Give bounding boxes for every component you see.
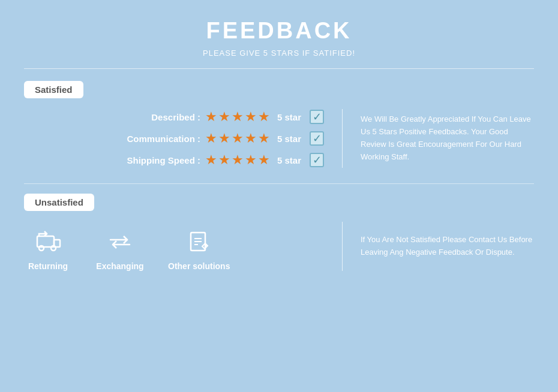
communication-count: 5 star <box>277 134 301 144</box>
unsatisfied-icons-col: Returning Exchanging <box>24 222 342 271</box>
shipping-label: Shipping Speed : <box>122 155 200 165</box>
described-check: ✓ <box>310 110 324 124</box>
satisfied-content: Described : ★ ★ ★ ★ ★ 5 star ✓ Communica… <box>24 109 534 168</box>
communication-row: Communication : ★ ★ ★ ★ ★ 5 star ✓ <box>24 131 324 146</box>
section-divider <box>24 183 534 184</box>
returning-icon <box>34 228 62 257</box>
page-title: FEEDBACK <box>203 18 355 44</box>
unsatisfied-text-col: If You Are Not Satisfied Please Contact … <box>342 222 534 271</box>
star-2: ★ <box>218 109 230 125</box>
exchanging-icon <box>106 228 134 257</box>
star-1: ★ <box>205 109 217 125</box>
header-divider <box>24 68 534 69</box>
described-label: Described : <box>122 112 200 122</box>
described-row: Described : ★ ★ ★ ★ ★ 5 star ✓ <box>24 109 324 125</box>
other-solutions-label: Other solutions <box>168 261 230 271</box>
star-2: ★ <box>218 152 230 168</box>
star-4: ★ <box>245 109 257 125</box>
described-stars: ★ ★ ★ ★ ★ <box>205 109 270 125</box>
ratings-col: Described : ★ ★ ★ ★ ★ 5 star ✓ Communica… <box>24 109 342 168</box>
exchanging-item: Exchanging <box>96 228 144 271</box>
unsatisfied-description: If You Are Not Satisfied Please Contact … <box>361 234 534 259</box>
page-container: FEEDBACK PLEASE GIVE 5 STARS IF SATIFIED… <box>0 0 558 392</box>
star-2: ★ <box>218 131 230 146</box>
svg-rect-0 <box>37 236 54 247</box>
exchanging-label: Exchanging <box>96 261 143 271</box>
svg-point-3 <box>51 246 56 251</box>
star-3: ★ <box>232 131 244 146</box>
star-3: ★ <box>232 109 244 125</box>
star-1: ★ <box>205 131 217 146</box>
unsatisfied-content: Returning Exchanging <box>24 222 534 271</box>
returning-item: Returning <box>24 228 72 271</box>
satisfied-section: Satisfied Described : ★ ★ ★ ★ ★ 5 star ✓ <box>24 81 534 168</box>
svg-point-2 <box>39 246 44 251</box>
communication-check: ✓ <box>310 131 324 146</box>
communication-label: Communication : <box>122 134 200 144</box>
other-solutions-item: Other solutions <box>168 228 230 271</box>
satisfied-description: We Will Be Greatly Appreciated If You Ca… <box>361 113 534 163</box>
described-count: 5 star <box>277 112 301 122</box>
star-3: ★ <box>232 152 244 168</box>
returning-label: Returning <box>28 261 68 271</box>
shipping-check: ✓ <box>310 153 324 167</box>
shipping-stars: ★ ★ ★ ★ ★ <box>205 152 270 168</box>
page-subtitle: PLEASE GIVE 5 STARS IF SATIFIED! <box>203 49 355 58</box>
star-1: ★ <box>205 152 217 168</box>
satisfied-text-col: We Will Be Greatly Appreciated If You Ca… <box>342 109 534 168</box>
icons-row: Returning Exchanging <box>24 228 324 271</box>
unsatisfied-badge: Unsatisfied <box>24 194 94 211</box>
communication-stars: ★ ★ ★ ★ ★ <box>205 131 270 146</box>
unsatisfied-section: Unsatisfied <box>24 194 534 271</box>
star-5: ★ <box>258 131 270 146</box>
star-4: ★ <box>245 152 257 168</box>
other-solutions-icon <box>185 228 214 257</box>
star-5: ★ <box>258 152 270 168</box>
shipping-count: 5 star <box>277 155 301 165</box>
satisfied-badge: Satisfied <box>24 81 83 98</box>
star-5: ★ <box>258 109 270 125</box>
header-section: FEEDBACK PLEASE GIVE 5 STARS IF SATIFIED… <box>203 18 355 58</box>
star-4: ★ <box>245 131 257 146</box>
shipping-row: Shipping Speed : ★ ★ ★ ★ ★ 5 star ✓ <box>24 152 324 168</box>
